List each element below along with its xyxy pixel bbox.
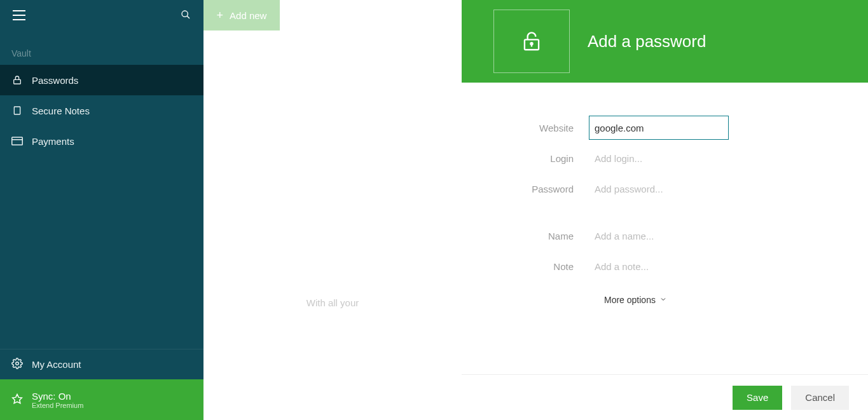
sync-labels: Sync: On Extend Premium — [32, 391, 83, 409]
form-row-website: Website — [500, 116, 830, 140]
add-new-label: Add new — [230, 10, 266, 21]
sync-title: Sync: On — [32, 391, 83, 402]
panel-footer: Save Cancel — [462, 374, 868, 420]
plus-icon: + — [217, 10, 224, 21]
password-input[interactable] — [589, 177, 729, 201]
sidebar-item-passwords[interactable]: Passwords — [0, 65, 203, 95]
sidebar-item-label: Passwords — [32, 75, 78, 86]
panel-body: Website Login Password Name Note — [462, 83, 868, 374]
gear-icon — [11, 358, 23, 371]
website-label: Website — [500, 123, 589, 133]
sidebar-item-label: Payments — [32, 136, 74, 147]
panel-header: Add a password — [462, 0, 868, 83]
svg-point-6 — [16, 362, 19, 365]
my-account-label: My Account — [32, 359, 81, 370]
cancel-button[interactable]: Cancel — [791, 386, 849, 410]
panel-header-icon-tile — [493, 10, 570, 73]
form-row-name: Name — [500, 224, 830, 248]
note-icon — [11, 105, 23, 116]
search-icon[interactable] — [181, 10, 191, 22]
form-row-password: Password — [500, 177, 830, 201]
more-options-label: More options — [604, 295, 656, 305]
password-label: Password — [500, 184, 589, 194]
panel-title: Add a password — [588, 32, 706, 51]
sidebar-spacer — [0, 156, 203, 349]
star-icon — [11, 393, 23, 407]
svg-marker-7 — [13, 394, 22, 403]
sidebar-top — [0, 0, 203, 30]
sidebar-my-account[interactable]: My Account — [0, 349, 203, 379]
login-label: Login — [500, 153, 589, 164]
detail-panel: Add a password Website Login Password Na… — [462, 0, 868, 420]
add-new-button[interactable]: + Add new — [203, 0, 280, 30]
note-label: Note — [500, 261, 589, 272]
form-row-login: Login — [500, 146, 830, 170]
form-row-note: Note — [500, 254, 830, 278]
sync-subtitle: Extend Premium — [32, 402, 83, 409]
svg-rect-4 — [12, 137, 23, 145]
chevron-down-icon — [659, 295, 667, 305]
sidebar-item-secure-notes[interactable]: Secure Notes — [0, 95, 203, 126]
name-input[interactable] — [589, 224, 729, 248]
more-options-row: More options — [500, 295, 830, 305]
svg-rect-2 — [14, 79, 21, 84]
svg-rect-3 — [14, 107, 20, 114]
sidebar: Vault Passwords Secure Notes — [0, 0, 203, 420]
lock-icon — [11, 75, 23, 85]
sidebar-section-label: Vault — [0, 30, 203, 65]
sidebar-item-payments[interactable]: Payments — [0, 126, 203, 156]
more-options-toggle[interactable]: More options — [604, 295, 667, 305]
note-input[interactable] — [589, 254, 729, 278]
login-input[interactable] — [589, 146, 729, 170]
list-column: + Add new With all your — [203, 0, 462, 420]
svg-line-1 — [187, 16, 189, 18]
card-icon — [11, 137, 23, 146]
sidebar-sync[interactable]: Sync: On Extend Premium — [0, 379, 203, 420]
menu-icon[interactable] — [13, 10, 25, 20]
sidebar-item-label: Secure Notes — [32, 105, 90, 116]
lock-large-icon — [520, 29, 544, 55]
name-label: Name — [500, 231, 589, 241]
empty-list-hint: With all your — [203, 297, 462, 308]
svg-point-0 — [182, 11, 188, 17]
website-input[interactable] — [589, 116, 729, 140]
app-root: Vault Passwords Secure Notes — [0, 0, 868, 420]
save-button[interactable]: Save — [733, 386, 782, 410]
